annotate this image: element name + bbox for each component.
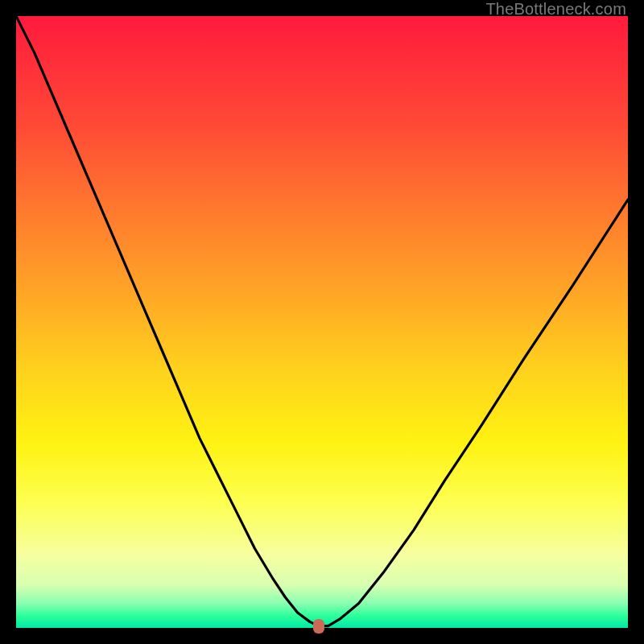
plot-area: [16, 16, 628, 628]
minimum-marker: [313, 619, 324, 634]
bottleneck-curve-path: [16, 16, 628, 626]
curve-svg: [16, 16, 628, 628]
chart-frame: TheBottleneck.com: [0, 0, 644, 644]
